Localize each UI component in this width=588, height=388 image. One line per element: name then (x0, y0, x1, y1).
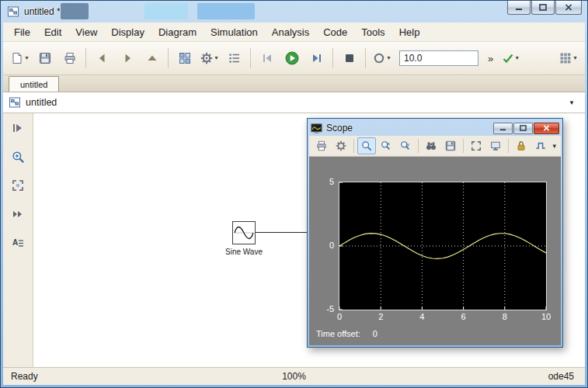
scope-signal-selector-button[interactable] (531, 137, 550, 154)
configuration-button[interactable]: ▾ (197, 46, 221, 71)
scope-titlebar[interactable]: Scope (309, 120, 561, 136)
simulation-mode-button[interactable]: ▾ (370, 46, 394, 71)
model-explorer-icon (228, 52, 241, 64)
tab-untitled[interactable]: untitled (9, 76, 59, 92)
save-button[interactable] (33, 46, 57, 71)
update-diagram-button[interactable]: ▾ (498, 46, 522, 71)
scope-display: 50-5 0246810 Time offset: 0 (309, 157, 561, 345)
aero-reflection (61, 3, 89, 19)
scope-maximize-button[interactable] (513, 123, 533, 134)
dropdown-icon: ▾ (214, 55, 217, 61)
window-title: untitled * (24, 6, 61, 17)
toolbar-separator (418, 139, 419, 153)
new-model-icon (11, 52, 23, 64)
step-forward-button[interactable] (304, 46, 329, 71)
close-button[interactable] (555, 1, 582, 15)
up-button[interactable] (140, 46, 164, 71)
scope-float-button[interactable] (486, 137, 505, 154)
magnifier-icon (361, 140, 372, 151)
stop-time-input[interactable] (399, 50, 478, 66)
scope-restore-axes-button[interactable] (467, 137, 485, 154)
back-button[interactable] (90, 46, 114, 71)
print-button[interactable] (57, 46, 82, 71)
scope-lock-axes-button[interactable] (512, 137, 531, 154)
browser-toggle-icon (12, 122, 24, 134)
binoculars-icon (426, 140, 437, 151)
x-tick-label: 8 (503, 312, 507, 321)
minimize-button[interactable] (507, 1, 531, 15)
scope-window-title: Scope (326, 123, 353, 133)
browser-toggle-button[interactable] (9, 120, 27, 137)
model-explorer-button[interactable] (222, 46, 246, 71)
print-icon (64, 52, 76, 64)
scope-window[interactable]: Scope (307, 118, 563, 348)
run-button[interactable] (280, 46, 304, 71)
scope-app-icon (311, 123, 322, 134)
sine-wave-block[interactable] (232, 221, 256, 244)
menu-item-file[interactable]: File (7, 24, 37, 40)
dropdown-icon: ▾ (25, 55, 28, 61)
toolbar-separator (365, 48, 366, 68)
scope-save-axes-button[interactable] (441, 137, 460, 154)
scope-zoom-y-button[interactable]: y (396, 137, 415, 154)
menu-item-edit[interactable]: Edit (37, 24, 68, 40)
annotation-button[interactable]: A (9, 234, 27, 251)
zoom-button[interactable] (9, 148, 27, 165)
step-back-button[interactable] (255, 46, 279, 71)
model-file-icon (7, 5, 19, 18)
toolbar-separator (168, 48, 169, 68)
aero-reflection (197, 3, 255, 19)
signal-pulse-icon (535, 140, 546, 151)
scope-minimize-button[interactable] (493, 123, 513, 134)
breadcrumb[interactable]: untitled (26, 97, 57, 108)
sine-wave-icon (233, 222, 255, 244)
scope-zoom-x-button[interactable]: x (377, 137, 395, 154)
toolbar-separator (463, 139, 464, 153)
window-titlebar[interactable]: untitled * (3, 1, 585, 23)
simulation-mode-icon (373, 52, 385, 64)
maximize-button[interactable] (531, 1, 555, 15)
lock-icon (516, 140, 527, 151)
save-icon (445, 140, 456, 151)
menu-item-display[interactable]: Display (104, 24, 151, 40)
menu-item-code[interactable]: Code (316, 24, 354, 40)
menu-item-analysis[interactable]: Analysis (265, 24, 316, 40)
menu-item-simulation[interactable]: Simulation (204, 24, 265, 40)
gear-icon (336, 140, 346, 151)
scope-toolbar: x y ▾ (309, 136, 561, 157)
x-tick-label: 2 (378, 312, 383, 321)
document-tab-bar: untitled (3, 75, 585, 92)
restore-axes-icon (471, 140, 482, 151)
menu-item-diagram[interactable]: Diagram (151, 24, 204, 40)
scope-parameters-button[interactable] (332, 137, 350, 154)
scope-autoscale-button[interactable] (422, 137, 440, 154)
run-icon (285, 51, 299, 65)
signal-line[interactable] (256, 232, 311, 233)
stop-button[interactable] (337, 46, 361, 71)
back-arrow-icon (96, 52, 109, 64)
scope-zoom-button[interactable] (357, 137, 376, 154)
scope-close-button[interactable] (534, 123, 559, 134)
menu-item-help[interactable]: Help (392, 24, 427, 40)
toolbar-overflow-icon[interactable]: » (488, 53, 493, 64)
main-toolbar: ▾ ▾ (3, 41, 585, 75)
menu-item-view[interactable]: View (68, 24, 104, 40)
fit-view-button[interactable] (9, 177, 27, 194)
scope-print-button[interactable] (312, 137, 331, 154)
svg-text:A: A (12, 238, 18, 247)
svg-text:x: x (388, 140, 390, 146)
solver-name: ode45 (548, 371, 585, 382)
forward-button[interactable] (115, 46, 139, 71)
time-offset-label: Time offset: (316, 329, 360, 338)
library-browser-button[interactable] (172, 46, 197, 71)
scope-plot[interactable] (339, 182, 547, 310)
print-icon (316, 140, 327, 151)
breadcrumb-dropdown-icon[interactable]: ▾ (564, 99, 579, 106)
tab-label: untitled (20, 80, 47, 89)
magnifier-icon (12, 151, 25, 164)
new-model-button[interactable]: ▾ (8, 46, 32, 71)
scope-toolbar-chevron-icon[interactable]: ▾ (552, 142, 558, 150)
forward-arrows-button[interactable] (9, 206, 27, 223)
build-button[interactable]: ▾ (556, 46, 580, 71)
menu-item-tools[interactable]: Tools (354, 24, 391, 40)
